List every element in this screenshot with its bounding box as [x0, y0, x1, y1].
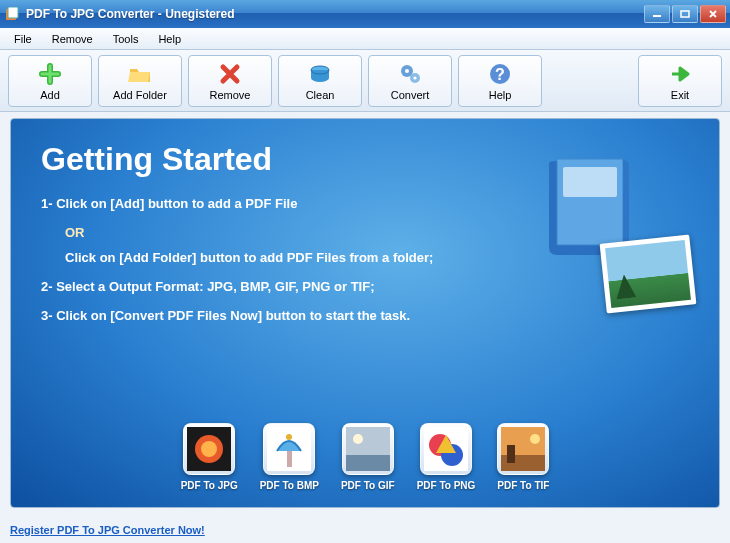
add-label: Add — [40, 89, 60, 101]
step-3: 3- Click on [Convert PDF Files Now] butt… — [41, 308, 689, 323]
clean-label: Clean — [306, 89, 335, 101]
exit-label: Exit — [671, 89, 689, 101]
question-icon: ? — [487, 61, 513, 87]
format-jpg[interactable]: PDF To JPG — [181, 423, 238, 491]
format-row: PDF To JPG PDF To BMP PDF To GIF PDF To … — [11, 423, 719, 491]
arrow-right-icon — [667, 61, 693, 87]
menubar: File Remove Tools Help — [0, 28, 730, 50]
add-button[interactable]: Add — [8, 55, 92, 107]
svg-rect-28 — [507, 445, 515, 463]
svg-point-15 — [201, 441, 217, 457]
help-button[interactable]: ? Help — [458, 55, 542, 107]
footer: Register PDF To JPG Converter Now! — [0, 514, 730, 543]
maximize-button[interactable] — [672, 5, 698, 23]
svg-rect-19 — [346, 427, 390, 455]
svg-point-7 — [405, 69, 409, 73]
add-folder-label: Add Folder — [113, 89, 167, 101]
gears-icon — [397, 61, 423, 87]
svg-text:?: ? — [495, 66, 505, 83]
format-tif[interactable]: PDF To TIF — [497, 423, 549, 491]
drum-icon — [307, 61, 333, 87]
tif-icon — [497, 423, 549, 475]
help-label: Help — [489, 89, 512, 101]
format-jpg-label: PDF To JPG — [181, 480, 238, 491]
format-tif-label: PDF To TIF — [497, 480, 549, 491]
remove-label: Remove — [210, 89, 251, 101]
bmp-icon — [263, 423, 315, 475]
menu-tools[interactable]: Tools — [103, 31, 149, 47]
window-controls — [644, 5, 726, 23]
x-icon — [217, 61, 243, 87]
remove-button[interactable]: Remove — [188, 55, 272, 107]
toolbar: Add Add Folder Remove Clean Convert ? He… — [0, 50, 730, 112]
close-button[interactable] — [700, 5, 726, 23]
decoration — [523, 149, 693, 309]
getting-started-panel: Getting Started 1- Click on [Add] button… — [10, 118, 720, 508]
format-png-label: PDF To PNG — [417, 480, 476, 491]
svg-point-27 — [530, 434, 540, 444]
svg-rect-12 — [563, 167, 617, 197]
jpg-icon — [183, 423, 235, 475]
svg-rect-17 — [287, 451, 292, 467]
window-title: PDF To JPG Converter - Unegistered — [26, 7, 644, 21]
svg-rect-2 — [653, 15, 661, 17]
format-png[interactable]: PDF To PNG — [417, 423, 476, 491]
svg-point-18 — [286, 434, 292, 440]
format-bmp-label: PDF To BMP — [260, 480, 319, 491]
svg-rect-3 — [681, 11, 689, 17]
svg-rect-1 — [8, 7, 18, 18]
minimize-button[interactable] — [644, 5, 670, 23]
add-folder-button[interactable]: Add Folder — [98, 55, 182, 107]
svg-point-21 — [353, 434, 363, 444]
menu-file[interactable]: File — [4, 31, 42, 47]
menu-help[interactable]: Help — [148, 31, 191, 47]
app-icon — [4, 6, 20, 22]
svg-rect-20 — [346, 455, 390, 471]
photo-icon — [600, 234, 697, 313]
titlebar: PDF To JPG Converter - Unegistered — [0, 0, 730, 28]
gif-icon — [342, 423, 394, 475]
svg-point-9 — [413, 76, 416, 79]
plus-icon — [37, 61, 63, 87]
convert-label: Convert — [391, 89, 430, 101]
folder-icon — [127, 61, 153, 87]
format-bmp[interactable]: PDF To BMP — [260, 423, 319, 491]
convert-button[interactable]: Convert — [368, 55, 452, 107]
exit-button[interactable]: Exit — [638, 55, 722, 107]
png-icon — [420, 423, 472, 475]
format-gif[interactable]: PDF To GIF — [341, 423, 395, 491]
register-link[interactable]: Register PDF To JPG Converter Now! — [10, 524, 205, 536]
format-gif-label: PDF To GIF — [341, 480, 395, 491]
clean-button[interactable]: Clean — [278, 55, 362, 107]
menu-remove[interactable]: Remove — [42, 31, 103, 47]
